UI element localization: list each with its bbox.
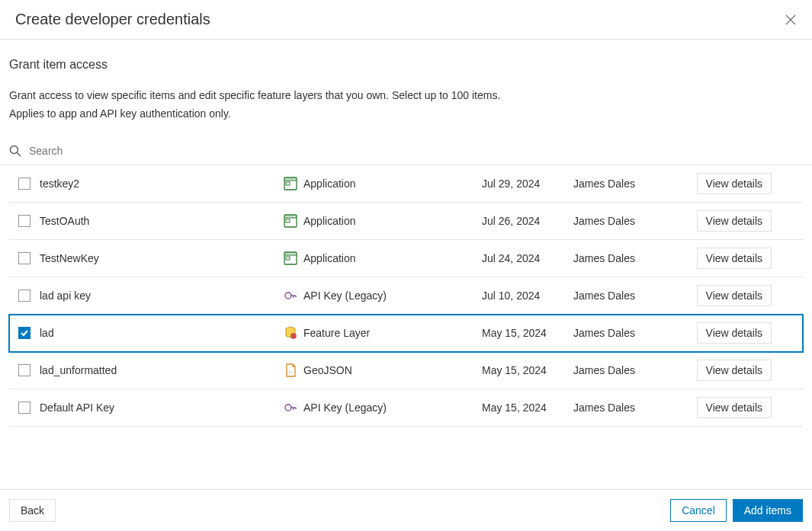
svg-rect-11 (284, 252, 297, 255)
view-details-button[interactable]: View details (697, 173, 772, 194)
row-type-label: Feature Layer (303, 327, 370, 339)
row-name: Default API Key (40, 401, 284, 414)
row-checkbox[interactable] (18, 178, 30, 190)
cancel-button[interactable]: Cancel (670, 499, 727, 522)
table-row[interactable]: TestNewKeyApplicationJul 24, 2024James D… (9, 240, 803, 277)
row-checkbox[interactable] (18, 364, 30, 376)
row-name: lad api key (40, 289, 284, 302)
row-owner: James Dales (573, 289, 672, 302)
row-type-label: Application (303, 252, 356, 264)
application-icon (284, 214, 297, 228)
row-date: Jul 26, 2024 (482, 215, 573, 227)
row-name: TestOAuth (40, 215, 284, 227)
row-type: Application (284, 177, 482, 190)
back-button[interactable]: Back (9, 499, 56, 522)
table-row[interactable]: testkey2ApplicationJul 29, 2024James Dal… (9, 165, 803, 203)
table-row[interactable]: ladFeature LayerMay 15, 2024James DalesV… (9, 315, 803, 352)
row-owner: James Dales (573, 401, 672, 414)
intro-block: Grant item access Grant access to view s… (0, 40, 812, 137)
row-date: Jul 10, 2024 (482, 289, 573, 302)
apikey-icon (284, 289, 297, 302)
create-credentials-modal: Create developer credentials Grant item … (0, 0, 812, 531)
svg-point-14 (285, 293, 291, 299)
modal-header: Create developer credentials (0, 0, 812, 40)
row-type: Feature Layer (284, 326, 482, 340)
section-desc-2: Applies to app and API key authenticatio… (9, 105, 803, 123)
row-owner: James Dales (573, 252, 672, 264)
svg-rect-13 (286, 257, 290, 260)
row-type-label: API Key (Legacy) (303, 401, 387, 414)
svg-rect-3 (284, 178, 297, 181)
modal-footer: Back Cancel Add items (0, 489, 812, 531)
table-row[interactable]: Default API KeyAPI Key (Legacy)May 15, 2… (9, 389, 803, 427)
row-date: May 15, 2024 (482, 364, 573, 376)
row-checkbox[interactable] (18, 401, 30, 414)
items-table[interactable]: testkey2ApplicationJul 29, 2024James Dal… (0, 165, 812, 489)
section-title: Grant item access (9, 58, 803, 72)
section-desc-1: Grant access to view specific items and … (9, 87, 803, 105)
view-details-button[interactable]: View details (697, 360, 772, 381)
view-details-button[interactable]: View details (697, 210, 772, 232)
application-icon (284, 251, 297, 265)
application-icon (284, 177, 297, 190)
view-details-button[interactable]: View details (697, 397, 772, 418)
row-name: testkey2 (40, 178, 284, 190)
row-checkbox[interactable] (18, 327, 30, 339)
table-row[interactable]: lad_unformatted{ }GeoJSONMay 15, 2024Jam… (9, 352, 803, 389)
svg-point-20 (285, 405, 291, 411)
search-icon (9, 145, 21, 157)
row-owner: James Dales (573, 215, 672, 227)
row-type-label: Application (303, 215, 356, 227)
view-details-button[interactable]: View details (697, 248, 772, 269)
row-type: API Key (Legacy) (284, 401, 482, 414)
modal-body: Grant item access Grant access to view s… (0, 40, 812, 489)
row-type: API Key (Legacy) (284, 289, 482, 302)
row-owner: James Dales (573, 178, 672, 190)
svg-rect-7 (284, 215, 297, 218)
row-name: TestNewKey (40, 252, 284, 264)
svg-rect-5 (286, 182, 290, 185)
row-type-label: API Key (Legacy) (303, 289, 387, 302)
search-bar (0, 137, 812, 165)
footer-right: Cancel Add items (670, 499, 803, 522)
row-type: { }GeoJSON (284, 363, 482, 377)
add-items-button[interactable]: Add items (733, 499, 803, 522)
row-date: May 15, 2024 (482, 401, 573, 414)
svg-point-18 (291, 333, 297, 338)
row-checkbox[interactable] (18, 252, 30, 264)
row-owner: James Dales (573, 327, 672, 339)
table-row[interactable]: lad api keyAPI Key (Legacy)Jul 10, 2024J… (9, 277, 803, 315)
modal-title: Create developer credentials (15, 11, 210, 28)
view-details-button[interactable]: View details (697, 322, 772, 344)
feature-icon (284, 326, 297, 340)
svg-rect-9 (286, 219, 290, 222)
row-type: Application (284, 214, 482, 228)
row-date: Jul 24, 2024 (482, 252, 573, 264)
row-type-label: Application (303, 178, 356, 190)
svg-text:{ }: { } (289, 369, 293, 374)
close-icon[interactable] (785, 14, 797, 26)
row-name: lad_unformatted (40, 364, 284, 376)
row-type-label: GeoJSON (303, 364, 352, 376)
row-owner: James Dales (573, 364, 672, 376)
row-checkbox[interactable] (18, 289, 30, 302)
row-checkbox[interactable] (18, 215, 30, 227)
geojson-icon: { } (284, 363, 297, 377)
row-date: Jul 29, 2024 (482, 178, 573, 190)
view-details-button[interactable]: View details (697, 285, 772, 306)
apikey-icon (284, 401, 297, 414)
search-input[interactable] (29, 145, 258, 157)
svg-point-0 (11, 146, 18, 153)
row-name: lad (40, 327, 284, 339)
row-date: May 15, 2024 (482, 327, 573, 339)
row-type: Application (284, 251, 482, 265)
svg-line-1 (18, 152, 21, 156)
table-row[interactable]: TestOAuthApplicationJul 26, 2024James Da… (9, 203, 803, 240)
